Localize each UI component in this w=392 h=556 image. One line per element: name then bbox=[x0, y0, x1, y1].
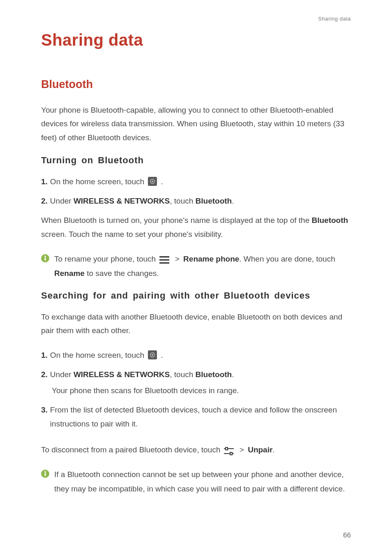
step-body: On the home screen, touch . bbox=[50, 175, 351, 188]
svg-rect-5 bbox=[159, 256, 169, 257]
bold-text: Rename phone bbox=[183, 255, 239, 263]
subsection-turning-on: Turning on Bluetooth bbox=[41, 155, 351, 166]
text: Under bbox=[50, 197, 74, 205]
settings-icon bbox=[148, 350, 157, 359]
text: On the home screen, touch bbox=[50, 177, 146, 186]
step-1: 1. On the home screen, touch . bbox=[41, 348, 351, 362]
info-note: If a Bluetooth connection cannot be set … bbox=[41, 467, 351, 496]
text: To disconnect from a paired Bluetooth de… bbox=[41, 445, 222, 454]
step-number: 2. bbox=[41, 194, 48, 208]
chapter-title: Sharing data bbox=[41, 31, 351, 49]
step-2: 2. Under WIRELESS & NETWORKS, touch Blue… bbox=[41, 194, 351, 208]
svg-rect-4 bbox=[44, 257, 46, 260]
text: screen. Touch the name to set your phone… bbox=[41, 230, 223, 239]
step-body: Under WIRELESS & NETWORKS, touch Bluetoo… bbox=[50, 194, 351, 208]
note-body: If a Bluetooth connection cannot be set … bbox=[54, 467, 351, 496]
page-number: 66 bbox=[343, 531, 351, 540]
text: . bbox=[232, 370, 234, 379]
step-body: From the list of detected Bluetooth devi… bbox=[50, 403, 351, 431]
text: On the home screen, touch bbox=[50, 351, 146, 359]
svg-point-9 bbox=[152, 354, 153, 356]
disconnect-paragraph: To disconnect from a paired Bluetooth de… bbox=[41, 443, 351, 456]
step-2-sub: Your phone then scans for Bluetooth devi… bbox=[52, 384, 351, 397]
chevron-text: > bbox=[240, 445, 244, 454]
text: . bbox=[232, 197, 234, 205]
step-2: 2. Under WIRELESS & NETWORKS, touch Blue… bbox=[41, 368, 351, 381]
bold-text: Bluetooth bbox=[312, 216, 348, 225]
text: When Bluetooth is turned on, your phone'… bbox=[41, 216, 312, 225]
svg-point-15 bbox=[44, 471, 46, 473]
svg-rect-7 bbox=[159, 262, 169, 264]
info-note: To rename your phone, touch > Rename pho… bbox=[41, 252, 351, 280]
info-icon bbox=[41, 470, 49, 478]
sliders-icon bbox=[224, 447, 234, 456]
text: to save the changes. bbox=[85, 269, 159, 278]
step-number: 1. bbox=[41, 175, 48, 188]
step-number: 2. bbox=[41, 368, 48, 381]
svg-point-1 bbox=[152, 181, 153, 182]
chevron-text: > bbox=[175, 255, 180, 263]
svg-rect-11 bbox=[226, 447, 228, 450]
bold-text: Bluetooth bbox=[196, 370, 232, 379]
svg-rect-6 bbox=[159, 259, 169, 260]
settings-icon bbox=[148, 177, 157, 186]
info-icon bbox=[41, 254, 49, 262]
text: . bbox=[272, 445, 274, 454]
bold-text: WIRELESS & NETWORKS bbox=[74, 370, 170, 379]
bold-text: Bluetooth bbox=[196, 197, 232, 205]
svg-rect-16 bbox=[44, 473, 46, 476]
subsection-searching: Searching for and pairing with other Blu… bbox=[41, 290, 351, 301]
section-title-bluetooth: Bluetooth bbox=[41, 78, 351, 91]
svg-rect-13 bbox=[230, 452, 232, 455]
step-number: 1. bbox=[41, 348, 48, 362]
text: , touch bbox=[170, 370, 195, 379]
intro-paragraph: Your phone is Bluetooth-capable, allowin… bbox=[41, 103, 351, 144]
bold-text: WIRELESS & NETWORKS bbox=[74, 197, 170, 205]
step-3: 3. From the list of detected Bluetooth d… bbox=[41, 403, 351, 431]
text: Under bbox=[50, 370, 74, 379]
text: . bbox=[161, 177, 163, 186]
text: , touch bbox=[170, 197, 195, 205]
bold-text: Rename bbox=[54, 269, 85, 278]
step-number: 3. bbox=[41, 403, 48, 417]
step-body: On the home screen, touch . bbox=[50, 348, 351, 362]
text: . When you are done, touch bbox=[239, 255, 335, 263]
note-body: To rename your phone, touch > Rename pho… bbox=[54, 252, 351, 280]
page: Sharing data Sharing data Bluetooth Your… bbox=[0, 0, 392, 496]
step-1: 1. On the home screen, touch . bbox=[41, 175, 351, 188]
text: To rename your phone, touch bbox=[54, 255, 158, 263]
step-body: Under WIRELESS & NETWORKS, touch Bluetoo… bbox=[50, 368, 351, 381]
svg-point-3 bbox=[44, 255, 46, 257]
text: . bbox=[161, 351, 163, 359]
intro-paragraph: To exchange data with another Bluetooth … bbox=[41, 310, 351, 338]
running-header: Sharing data bbox=[41, 16, 351, 22]
bold-text: Unpair bbox=[248, 445, 272, 454]
result-paragraph: When Bluetooth is turned on, your phone'… bbox=[41, 213, 351, 241]
menu-icon bbox=[159, 256, 169, 264]
